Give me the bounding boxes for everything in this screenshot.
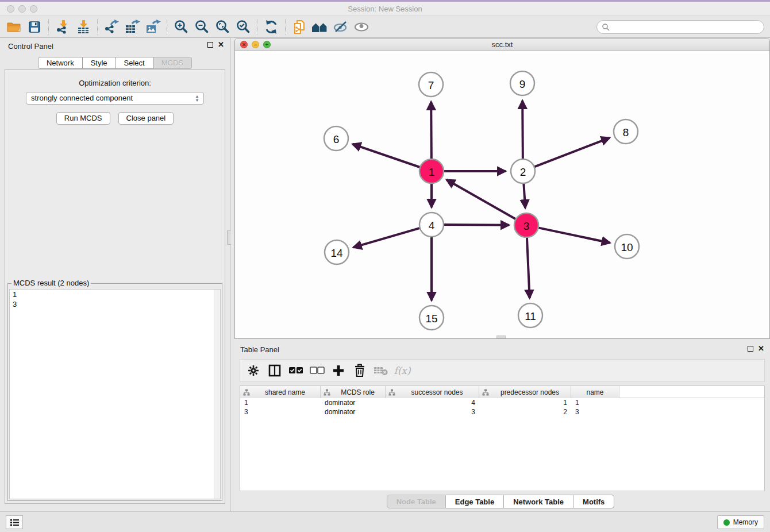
graph-node-11[interactable]: 11: [518, 303, 542, 327]
mcds-result-list: 13: [9, 289, 221, 499]
graph-node-9[interactable]: 9: [510, 71, 534, 95]
table-cell[interactable]: 2: [479, 407, 571, 417]
graph-edge-3-10[interactable]: [538, 228, 610, 243]
column-header-shared-name[interactable]: shared name: [240, 386, 321, 398]
graph-node-15[interactable]: 15: [419, 306, 444, 330]
select-all-icon[interactable]: [287, 362, 305, 379]
export-image-icon[interactable]: [143, 18, 163, 36]
column-header-name[interactable]: name: [571, 386, 619, 398]
graph-edge-1-7[interactable]: [431, 102, 432, 160]
table-cell[interactable]: dominator: [321, 398, 386, 407]
graph-node-14[interactable]: 14: [325, 240, 349, 264]
network-canvas[interactable]: 7968124314101511: [235, 51, 769, 338]
add-row-icon[interactable]: [330, 362, 347, 379]
tab-motifs[interactable]: Motifs: [573, 495, 614, 508]
graph-edge-4-3[interactable]: [443, 225, 509, 225]
graph-edge-3-1[interactable]: [446, 180, 517, 219]
graph-edge-1-6[interactable]: [352, 144, 421, 168]
float-panel-icon[interactable]: [207, 42, 213, 48]
main-toolbar: [0, 16, 770, 38]
table-cell[interactable]: 1: [240, 398, 321, 407]
tab-style[interactable]: Style: [83, 57, 116, 69]
graph-node-7[interactable]: 7: [419, 72, 443, 97]
settings-gear-icon[interactable]: [245, 362, 262, 379]
table-cell[interactable]: 3: [571, 407, 619, 417]
graph-node-8[interactable]: 8: [614, 119, 638, 144]
search-input[interactable]: [610, 21, 764, 33]
tab-mcds[interactable]: MCDS: [153, 57, 192, 69]
close-panel-button[interactable]: Close panel: [118, 112, 174, 125]
workspace-area: ✕ − + scc.txt 7968124314101511 Table Pan…: [231, 38, 770, 511]
panel-menu-button[interactable]: [6, 515, 23, 529]
table-cell[interactable]: 4: [386, 398, 479, 407]
tab-network-table[interactable]: Network Table: [504, 495, 573, 508]
table-cell[interactable]: dominator: [321, 407, 386, 417]
graph-edge-4-14[interactable]: [353, 228, 421, 248]
column-header-successor-nodes[interactable]: successor nodes: [386, 386, 479, 398]
graph-node-10[interactable]: 10: [615, 234, 639, 259]
table-cell[interactable]: 1: [571, 398, 619, 407]
column-type-icon: [388, 389, 395, 396]
column-header-predecessor-nodes[interactable]: predecessor nodes: [479, 386, 571, 398]
close-table-panel-icon[interactable]: ✕: [758, 345, 764, 352]
table-row[interactable]: 1dominator411: [240, 398, 764, 407]
graph-edge-3-11[interactable]: [527, 237, 530, 298]
graph-node-2[interactable]: 2: [511, 159, 535, 183]
zoom-in-icon[interactable]: [171, 18, 191, 36]
result-scrollbar[interactable]: [214, 290, 220, 499]
memory-button[interactable]: Memory: [717, 515, 764, 529]
svg-text:9: 9: [519, 78, 526, 90]
table-cell[interactable]: 1: [479, 398, 571, 407]
tab-network[interactable]: Network: [38, 57, 83, 69]
mcds-result-item[interactable]: 1: [10, 290, 220, 299]
zoom-selected-icon[interactable]: [233, 18, 253, 36]
delete-row-icon[interactable]: [351, 362, 368, 379]
graph-edge-2-3[interactable]: [523, 183, 525, 208]
svg-text:11: 11: [525, 310, 536, 322]
tab-edge-table[interactable]: Edge Table: [446, 495, 504, 508]
zoom-fit-icon[interactable]: [212, 18, 233, 36]
houses-icon[interactable]: [310, 18, 330, 36]
graph-node-4[interactable]: 4: [419, 213, 444, 237]
network-resize-grip[interactable]: [496, 336, 506, 338]
application-window: Session: New Session: [0, 0, 770, 532]
graph-node-6[interactable]: 6: [324, 126, 348, 151]
refresh-icon[interactable]: [261, 18, 282, 36]
export-table-icon[interactable]: [122, 18, 143, 36]
column-header-MCDS-role[interactable]: MCDS role: [321, 386, 386, 398]
graph-edge-2-9[interactable]: [522, 101, 523, 160]
import-table-icon[interactable]: [73, 18, 94, 36]
float-table-panel-icon[interactable]: [748, 346, 753, 352]
eye-icon[interactable]: [351, 18, 372, 36]
eye-slash-icon[interactable]: [330, 18, 351, 36]
table-row[interactable]: 3dominator323: [240, 407, 764, 417]
save-icon[interactable]: [24, 18, 45, 36]
search-field[interactable]: [596, 20, 764, 34]
open-folder-icon[interactable]: [3, 18, 24, 36]
zoom-out-icon[interactable]: [191, 18, 212, 36]
graph-edge-2-8[interactable]: [534, 138, 610, 167]
run-mcds-button[interactable]: Run MCDS: [56, 112, 110, 125]
function-builder-icon[interactable]: f(x): [394, 362, 411, 379]
table-cell[interactable]: 3: [240, 407, 321, 417]
node-table: shared nameMCDS rolesuccessor nodesprede…: [240, 385, 765, 491]
import-network-icon[interactable]: [52, 18, 73, 36]
tab-select[interactable]: Select: [116, 57, 153, 69]
table-cell[interactable]: 3: [386, 407, 479, 417]
delete-table-icon[interactable]: [372, 362, 390, 379]
mcds-result-item[interactable]: 3: [10, 299, 220, 309]
network-window-title: scc.txt: [235, 40, 769, 49]
graph-node-3[interactable]: 3: [514, 213, 538, 237]
optimization-criterion-select[interactable]: strongly connected component ▲▼: [26, 92, 204, 105]
deselect-all-icon[interactable]: [309, 362, 326, 379]
toolbar-separator: [48, 20, 49, 34]
graph-node-1[interactable]: 1: [419, 159, 444, 183]
show-columns-icon[interactable]: [266, 362, 283, 379]
tab-node-table[interactable]: Node Table: [387, 495, 446, 508]
control-panel-header: Control Panel ✕: [0, 38, 230, 54]
duplicate-network-icon[interactable]: [289, 18, 310, 36]
list-icon: [10, 518, 20, 527]
toolbar-separator: [257, 20, 257, 34]
close-panel-icon[interactable]: ✕: [218, 41, 224, 48]
export-network-icon[interactable]: [101, 18, 122, 36]
